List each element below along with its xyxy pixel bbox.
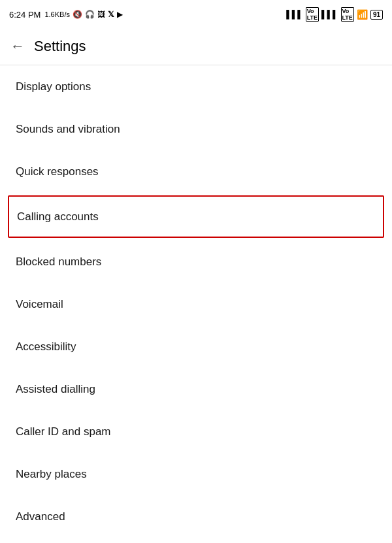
twitter-icon: 𝕏: [108, 10, 114, 19]
battery-indicator: 91: [370, 10, 383, 20]
settings-item-blocked-numbers[interactable]: Blocked numbers: [0, 240, 392, 283]
settings-item-label-display-options: Display options: [16, 80, 91, 93]
settings-item-quick-responses[interactable]: Quick responses: [0, 150, 392, 193]
speed: 1.6KB/s: [44, 10, 70, 18]
back-button[interactable]: ←: [10, 38, 25, 55]
wifi-icon: 📶: [357, 9, 368, 20]
settings-item-voicemail[interactable]: Voicemail: [0, 283, 392, 325]
time: 6:24 PM: [9, 10, 41, 20]
status-bar: 6:24 PM 1.6KB/s 🔇 🎧 🖼 𝕏 ▶ ▌▌▌ VoLTE ▌▌▌ …: [0, 0, 392, 27]
settings-item-label-blocked-numbers: Blocked numbers: [16, 255, 101, 269]
settings-item-label-calling-accounts: Calling accounts: [17, 210, 99, 223]
page-title: Settings: [34, 38, 86, 55]
image-icon: 🖼: [97, 10, 105, 19]
settings-item-assisted-dialling[interactable]: Assisted dialling: [0, 368, 392, 410]
settings-list: Display optionsSounds and vibrationQuick…: [0, 65, 392, 538]
volte-icon: VoLTE: [306, 7, 319, 22]
settings-item-label-voicemail: Voicemail: [16, 298, 63, 311]
settings-item-display-options[interactable]: Display options: [0, 65, 392, 108]
headset-icon: 🎧: [85, 10, 95, 19]
app-bar: ← Settings: [0, 27, 392, 65]
status-right: ▌▌▌ VoLTE ▌▌▌ VoLTE 📶 91: [286, 7, 383, 22]
volte2-icon: VoLTE: [341, 7, 354, 22]
signal-icon: ▌▌▌: [286, 10, 303, 19]
settings-item-advanced[interactable]: Advanced: [0, 495, 392, 538]
settings-item-sounds-vibration[interactable]: Sounds and vibration: [0, 108, 392, 150]
settings-item-label-assisted-dialling: Assisted dialling: [16, 383, 95, 396]
settings-item-label-caller-id-spam: Caller ID and spam: [16, 425, 111, 438]
settings-item-label-quick-responses: Quick responses: [16, 165, 99, 178]
signal2-icon: ▌▌▌: [321, 10, 338, 19]
settings-item-label-nearby-places: Nearby places: [16, 468, 87, 481]
settings-item-nearby-places[interactable]: Nearby places: [0, 453, 392, 495]
youtube-icon: ▶: [117, 10, 123, 19]
settings-item-label-sounds-vibration: Sounds and vibration: [16, 123, 120, 136]
settings-item-accessibility[interactable]: Accessibility: [0, 325, 392, 368]
status-left: 6:24 PM 1.6KB/s 🔇 🎧 🖼 𝕏 ▶: [9, 10, 123, 20]
settings-item-caller-id-spam[interactable]: Caller ID and spam: [0, 410, 392, 453]
mute-icon: 🔇: [73, 10, 82, 19]
settings-item-calling-accounts[interactable]: Calling accounts: [8, 195, 384, 238]
settings-item-label-advanced: Advanced: [16, 510, 65, 523]
settings-item-label-accessibility: Accessibility: [16, 340, 76, 354]
